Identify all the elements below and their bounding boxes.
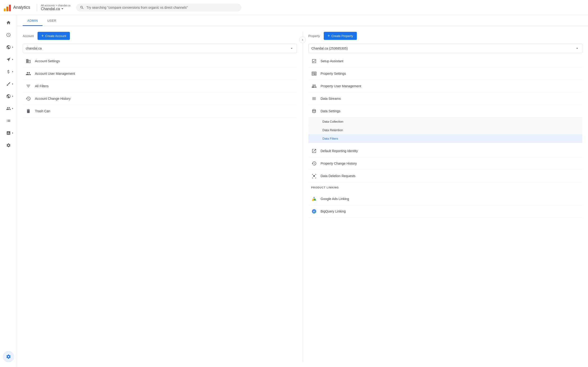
menu-item-bigquery-linking[interactable]: BigQuery Linking xyxy=(308,205,583,218)
menu-item-property-change-history-label: Property Change History xyxy=(321,162,357,165)
sidebar-item-home[interactable] xyxy=(3,17,14,28)
menu-item-data-settings[interactable]: Data Settings xyxy=(308,105,583,117)
menu-item-account-settings-label: Account Settings xyxy=(35,59,60,63)
menu-item-property-settings-label: Property Settings xyxy=(321,72,346,75)
check-square-icon xyxy=(311,58,317,64)
menu-item-trash-can[interactable]: Trash Can xyxy=(23,105,297,117)
sub-item-data-collection[interactable]: Data Collection xyxy=(308,117,583,126)
account-dropdown[interactable]: chandal.ca xyxy=(23,44,297,53)
menu-item-property-settings[interactable]: Property Settings xyxy=(308,67,583,80)
sidebar-item-audience[interactable] xyxy=(3,91,14,102)
account-column-header: Account + Create Account xyxy=(23,32,297,40)
streams-icon xyxy=(311,96,317,101)
property-column: Property + Create Property Chandal.ca (2… xyxy=(303,32,588,361)
menu-item-data-streams[interactable]: Data Streams xyxy=(308,92,583,105)
svg-point-0 xyxy=(312,209,316,213)
bigquery-icon xyxy=(311,209,317,214)
property-label: Property xyxy=(308,34,320,38)
tab-admin[interactable]: ADMIN xyxy=(23,15,43,26)
header-divider xyxy=(37,4,37,11)
menu-item-trash-can-label: Trash Can xyxy=(35,109,50,113)
menu-item-default-reporting-identity-label: Default Reporting Identity xyxy=(321,149,358,153)
sidebar-item-admin[interactable] xyxy=(3,140,14,151)
sub-item-data-retention[interactable]: Data Retention xyxy=(308,126,583,134)
sidebar-item-lifecycle[interactable] xyxy=(3,103,14,114)
menu-item-account-change-history[interactable]: Account Change History xyxy=(23,92,297,105)
admin-content: Account + Create Account chandal.ca xyxy=(17,26,588,367)
analytics-logo-icon xyxy=(4,4,11,11)
menu-item-data-settings-label: Data Settings xyxy=(321,109,340,113)
google-ads-icon xyxy=(311,196,317,202)
arrow-right-icon xyxy=(301,38,304,42)
property-more-menu-list: Default Reporting Identity Property Chan… xyxy=(308,145,583,182)
logo-bar-2 xyxy=(6,7,8,11)
history-icon xyxy=(26,96,31,101)
main-layout: ADMIN USER Account + Create Account chan… xyxy=(0,15,588,367)
account-name: Chandal.ca xyxy=(41,7,70,11)
sidebar-item-advertising[interactable] xyxy=(3,54,14,65)
product-linking-heading: PRODUCT LINKING xyxy=(308,182,583,191)
sidebar-item-insights[interactable] xyxy=(3,127,14,139)
logo-area: Analytics xyxy=(4,4,30,11)
building-icon xyxy=(26,58,31,64)
property-users-icon xyxy=(311,83,317,89)
product-linking-list: Google Ads Linking BigQuery Lin xyxy=(308,193,583,218)
search-bar[interactable]: Try searching "compare conversions from … xyxy=(76,4,241,12)
menu-item-account-change-history-label: Account Change History xyxy=(35,97,71,100)
search-placeholder: Try searching "compare conversions from … xyxy=(86,6,188,9)
menu-item-account-settings[interactable]: Account Settings xyxy=(23,55,297,67)
content-area: ADMIN USER Account + Create Account chan… xyxy=(17,15,588,367)
account-selector[interactable]: All accounts > chandal.ca Chandal.ca xyxy=(41,4,70,11)
logo-bar-3 xyxy=(9,5,11,11)
account-column: Account + Create Account chandal.ca xyxy=(17,32,303,361)
trash-icon xyxy=(26,108,31,114)
menu-item-property-user-management[interactable]: Property User Management xyxy=(308,80,583,92)
data-settings-sub-items: Data Collection Data Retention Data Filt… xyxy=(308,117,583,143)
sidebar-item-reports[interactable] xyxy=(3,29,14,41)
property-dropdown-chevron-icon xyxy=(575,46,579,50)
menu-item-property-change-history[interactable]: Property Change History xyxy=(308,157,583,170)
property-column-header: Property + Create Property xyxy=(308,32,583,40)
tab-user[interactable]: USER xyxy=(43,15,61,26)
divider-arrow-button[interactable] xyxy=(299,37,306,43)
menu-item-property-user-management-label: Property User Management xyxy=(321,84,361,88)
plus-icon: + xyxy=(41,34,44,38)
menu-item-all-filters[interactable]: All Filters xyxy=(23,80,297,92)
users-icon xyxy=(26,71,31,76)
settings-button[interactable] xyxy=(3,351,14,362)
create-property-button[interactable]: + Create Property xyxy=(324,32,357,40)
property-history-icon xyxy=(311,161,317,166)
property-dropdown[interactable]: Chandal.ca (253685305) xyxy=(308,44,583,53)
menu-item-account-user-management-label: Account User Management xyxy=(35,72,75,75)
property-menu-list: Setup Assistant Property Settings xyxy=(308,55,583,117)
account-label: Account xyxy=(23,34,34,38)
sidebar-item-explore[interactable] xyxy=(3,42,14,53)
delete-icon xyxy=(311,173,317,179)
chevron-down-icon xyxy=(61,8,63,9)
create-account-button[interactable]: + Create Account xyxy=(38,32,70,40)
sidebar-bottom xyxy=(3,351,14,365)
database-icon xyxy=(311,108,317,114)
menu-item-default-reporting-identity[interactable]: Default Reporting Identity xyxy=(308,145,583,157)
menu-item-all-filters-label: All Filters xyxy=(35,84,49,88)
menu-item-google-ads-linking[interactable]: Google Ads Linking xyxy=(308,193,583,205)
menu-item-account-user-management[interactable]: Account User Management xyxy=(23,67,297,80)
logo-bar-1 xyxy=(4,8,6,11)
menu-item-data-deletion-requests[interactable]: Data Deletion Requests xyxy=(308,170,583,182)
filter-icon xyxy=(26,83,31,89)
sidebar xyxy=(0,15,17,367)
sidebar-item-configure[interactable] xyxy=(3,78,14,90)
sidebar-item-lists[interactable] xyxy=(3,115,14,126)
menu-item-setup-assistant-label: Setup Assistant xyxy=(321,59,344,63)
menu-item-setup-assistant[interactable]: Setup Assistant xyxy=(308,55,583,67)
plus-icon-2: + xyxy=(328,34,330,38)
menu-item-google-ads-linking-label: Google Ads Linking xyxy=(321,197,349,201)
column-divider xyxy=(303,32,303,361)
tab-bar: ADMIN USER xyxy=(17,15,588,26)
sidebar-item-monetization[interactable] xyxy=(3,66,14,77)
sub-item-data-filters[interactable]: Data Filters xyxy=(308,134,583,143)
account-path: All accounts > chandal.ca xyxy=(41,4,70,7)
account-menu-list: Account Settings Account User Management xyxy=(23,55,297,117)
menu-item-bigquery-linking-label: BigQuery Linking xyxy=(321,209,346,213)
search-icon xyxy=(80,5,84,10)
